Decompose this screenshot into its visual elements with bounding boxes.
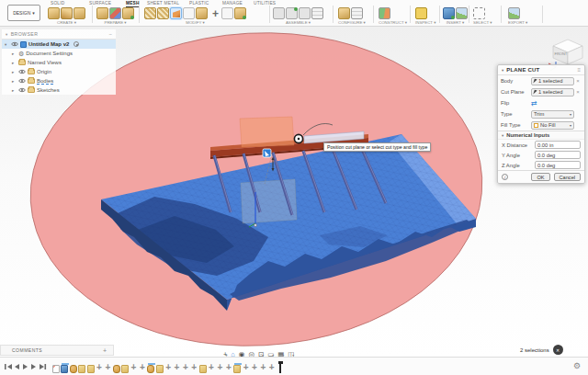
generate-face-groups-icon[interactable] — [96, 7, 108, 19]
browser-item-origin[interactable]: ▸Origin — [2, 67, 116, 76]
timeline-feature-box[interactable] — [156, 365, 164, 373]
timeline-feature-move[interactable] — [164, 365, 172, 373]
dialog-header[interactable]: ▾ PLANE CUT ≡ — [498, 65, 584, 75]
browser-item-named-views[interactable]: ▸Named Views — [2, 58, 116, 67]
workspace-switcher[interactable]: DESIGN ▾ — [7, 5, 40, 21]
timeline-feature-move[interactable] — [225, 365, 232, 373]
visibility-eye-icon[interactable] — [11, 41, 18, 48]
browser-panel-header[interactable]: ▾ BROWSER – — [2, 29, 116, 40]
x-distance-input[interactable]: 0.00 in — [535, 141, 581, 149]
timeline-feature-cyl[interactable] — [70, 365, 77, 373]
collapse-icon[interactable]: ▾ — [6, 32, 8, 37]
info-icon[interactable]: i — [502, 174, 508, 180]
timeline-feature-box[interactable] — [87, 365, 95, 373]
panel-minimize-icon[interactable]: – — [109, 31, 112, 37]
timeline-feature-move[interactable] — [216, 365, 223, 373]
add-comment-icon[interactable]: + — [103, 347, 113, 354]
clear-selection-button[interactable]: ✕ — [553, 345, 563, 355]
timeline-feature-move[interactable] — [104, 365, 111, 373]
browser-item-untitled-map-v2[interactable]: ▾Untitled Map v2 — [2, 40, 116, 49]
timeline-feature-mesh[interactable] — [61, 365, 68, 373]
body-selection-button[interactable]: 1 selected — [531, 77, 574, 85]
thicken-icon[interactable] — [234, 7, 246, 19]
browser-item-document-settings[interactable]: ▸⚙Document Settings — [2, 49, 116, 58]
y-angle-input[interactable]: 0.0 deg — [535, 151, 581, 159]
move-icon[interactable] — [209, 7, 220, 19]
timeline-feature-move[interactable] — [139, 365, 146, 373]
cut-plane-preview[interactable] — [240, 117, 294, 147]
group-label-create[interactable]: CREATE ▾ — [48, 20, 85, 25]
configuration-icon[interactable] — [338, 7, 350, 19]
timeline-feature-cyl[interactable] — [113, 365, 120, 373]
tab-plastic[interactable]: PLASTIC — [189, 1, 209, 6]
select-tool-icon[interactable] — [473, 7, 485, 19]
group-label-prepare[interactable]: PREPARE ▾ — [96, 20, 134, 25]
cancel-button[interactable]: Cancel — [554, 173, 581, 181]
rigid-group-icon[interactable] — [311, 7, 323, 19]
browser-item-bodies[interactable]: ▸Bodies — [2, 76, 116, 85]
combine-icon[interactable] — [196, 7, 208, 19]
erase-and-fill-icon[interactable] — [183, 7, 195, 19]
timeline-feature-box[interactable] — [199, 365, 207, 373]
expand-arrow-icon[interactable]: ▾ — [5, 42, 9, 47]
joint-icon[interactable] — [299, 7, 311, 19]
expand-arrow-icon[interactable]: ▸ — [12, 61, 17, 65]
group-label-export[interactable]: EXPORT ▾ — [508, 20, 527, 25]
group-label-insert[interactable]: INSERT ▾ — [443, 20, 468, 25]
timeline-settings-gear-icon[interactable]: ⚙ — [573, 360, 581, 371]
browser-item-sketches[interactable]: ▸Sketches — [2, 85, 116, 95]
clear-body-selection-icon[interactable]: × — [574, 78, 582, 84]
expand-arrow-icon[interactable]: ▸ — [12, 79, 17, 84]
cut-plane-selection-button[interactable]: 1 selected — [531, 88, 574, 97]
timeline-feature-move[interactable] — [96, 365, 103, 373]
visibility-eye-icon[interactable] — [18, 78, 26, 85]
tab-manage[interactable]: MANAGE — [222, 1, 243, 6]
visibility-eye-icon[interactable] — [18, 69, 26, 75]
timeline-feature-move[interactable] — [251, 365, 258, 373]
expand-arrow-icon[interactable]: ▸ — [12, 51, 17, 56]
timeline-feature-box[interactable] — [121, 365, 129, 373]
export-icon[interactable] — [508, 7, 520, 19]
add-component-icon[interactable] — [286, 7, 298, 19]
smooth-icon[interactable] — [221, 7, 233, 19]
create-mesh-icon[interactable] — [48, 7, 60, 19]
timeline-feature-move[interactable] — [190, 365, 198, 373]
face-groups-color-icon[interactable] — [109, 7, 121, 19]
timeline-feature-move[interactable] — [173, 365, 180, 373]
timeline-playback-controls[interactable] — [4, 361, 48, 372]
tab-mesh[interactable]: MESH — [126, 1, 140, 7]
cut-type-dropdown[interactable]: Trim ▾ — [531, 110, 574, 119]
timeline-feature-cyl[interactable] — [147, 365, 154, 373]
timeline-feature-move[interactable] — [243, 365, 250, 373]
dialog-grip-icon[interactable]: ≡ — [577, 67, 581, 73]
reduce-icon[interactable] — [157, 7, 169, 19]
timeline-feature-move[interactable] — [208, 365, 215, 373]
remesh-icon[interactable] — [144, 7, 156, 19]
expand-arrow-icon[interactable]: ▸ — [12, 88, 17, 93]
group-label-select[interactable]: SELECT ▾ — [473, 20, 492, 25]
group-label-construct[interactable]: CONSTRUCT ▾ — [379, 20, 407, 25]
timeline-feature-move[interactable] — [259, 365, 266, 373]
new-component-icon[interactable] — [273, 7, 285, 19]
timeline-feature-box[interactable] — [233, 365, 241, 373]
insert-image-icon[interactable] — [456, 7, 468, 19]
group-label-modify[interactable]: MODIFY ▾ — [144, 20, 246, 25]
timeline-feature-move[interactable] — [268, 365, 276, 373]
repair-mesh-icon[interactable] — [122, 7, 134, 19]
expand-arrow-icon[interactable]: ▸ — [12, 70, 17, 74]
ok-button[interactable]: OK — [531, 173, 549, 181]
numerical-inputs-section[interactable]: ▾ Numerical Inputs — [498, 131, 584, 140]
timeline-feature-move[interactable] — [130, 365, 138, 373]
create-mesh-section-icon[interactable] — [61, 7, 73, 19]
clear-cut-plane-selection-icon[interactable]: × — [574, 89, 582, 95]
plane-cut-icon[interactable] — [170, 7, 182, 19]
comments-panel[interactable]: COMMENTS + — [0, 345, 114, 356]
create-mesh-wedge-icon[interactable] — [74, 7, 85, 19]
z-angle-input[interactable]: 0.0 deg — [535, 161, 581, 169]
timeline-position-marker[interactable] — [279, 361, 281, 373]
timeline-feature-sketch[interactable] — [52, 365, 60, 373]
tab-solid[interactable]: SOLID — [51, 1, 64, 6]
flip-icon[interactable]: ⇄ — [531, 99, 574, 108]
construct-plane-icon[interactable] — [379, 7, 390, 19]
timeline-feature-box[interactable] — [78, 365, 85, 373]
